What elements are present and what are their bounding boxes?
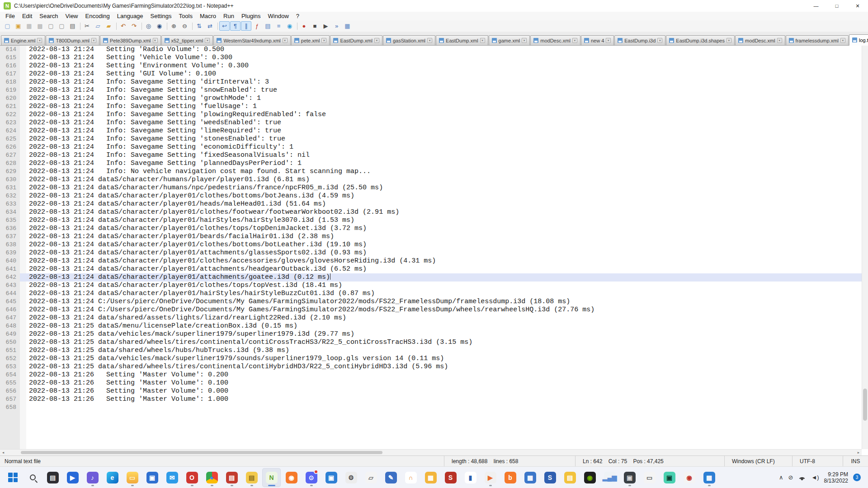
line-number[interactable]: 657 bbox=[0, 395, 20, 404]
log-line-text[interactable]: 2022-08-13 21:26 Setting 'Master Volume'… bbox=[26, 371, 868, 379]
taskbar-opera-icon[interactable]: O bbox=[183, 468, 201, 487]
menu-run[interactable]: Run bbox=[220, 12, 238, 20]
line-number[interactable]: 653 bbox=[0, 363, 20, 371]
taskbar-groove-music-icon[interactable]: ♪ bbox=[83, 468, 102, 487]
menu-tools[interactable]: Tools bbox=[175, 12, 196, 20]
log-line-text[interactable]: 2022-08-13 21:25 data/vehicles/mack/supe… bbox=[26, 355, 868, 363]
undo-icon[interactable]: ↶ bbox=[118, 21, 128, 31]
taskbar-red-document-icon[interactable]: ▤ bbox=[222, 468, 241, 487]
wifi-icon[interactable] bbox=[798, 474, 806, 480]
notification-count-badge[interactable]: 3 bbox=[853, 474, 861, 481]
tab-gasstation-xml[interactable]: gasStation.xml ✕ bbox=[383, 35, 435, 45]
line-number[interactable]: 650 bbox=[0, 338, 20, 347]
line-number[interactable]: 645 bbox=[0, 298, 20, 306]
log-line-text[interactable]: 2022-08-13 21:24 dataS/character/player0… bbox=[26, 241, 868, 249]
log-line-text[interactable]: 2022-08-13 21:26 Setting 'Master Volume'… bbox=[26, 395, 868, 404]
log-line-text[interactable]: 2022-08-13 21:24 Info: Savegame Setting … bbox=[26, 111, 868, 119]
line-number[interactable]: 651 bbox=[0, 347, 20, 355]
line-number[interactable]: 623 bbox=[0, 119, 20, 127]
log-line-text[interactable]: 2022-08-13 21:24 Info: Savegame Setting … bbox=[26, 78, 868, 86]
line-number[interactable]: 626 bbox=[0, 143, 20, 151]
log-line-text[interactable]: 2022-08-13 21:24 dataS/character/player0… bbox=[26, 216, 868, 225]
scroll-left-arrow-icon[interactable]: ◄ bbox=[0, 450, 6, 455]
macro-run-multiple-icon[interactable]: » bbox=[331, 21, 342, 31]
taskbar-feedback-hub-icon[interactable]: ▱ bbox=[362, 468, 380, 487]
log-line-text[interactable]: 2022-08-13 21:24 Setting 'Radio Volume':… bbox=[26, 46, 868, 54]
line-number[interactable]: 654 bbox=[0, 371, 20, 379]
line-number[interactable]: 636 bbox=[0, 225, 20, 233]
taskbar-power-utility-icon[interactable]: ◉ bbox=[680, 468, 698, 487]
line-number[interactable]: 649 bbox=[0, 330, 20, 338]
volume-icon[interactable]: ◄) bbox=[811, 474, 819, 481]
log-line-text[interactable]: 2022-08-13 21:24 Setting 'Environment Vo… bbox=[26, 62, 868, 70]
document-list-icon[interactable]: ≡ bbox=[274, 21, 284, 31]
log-line-text[interactable]: 2022-08-13 21:24 dataS/character/player0… bbox=[26, 257, 868, 265]
start-button[interactable] bbox=[4, 468, 22, 487]
log-line-text[interactable]: 2022-08-13 21:24 Info: Savegame Setting … bbox=[26, 103, 868, 111]
tab-close-icon[interactable]: ✕ bbox=[840, 38, 845, 43]
tray-chevron-icon[interactable]: ∧ bbox=[779, 474, 783, 481]
line-number[interactable]: 647 bbox=[0, 314, 20, 322]
tab-close-icon[interactable]: ✕ bbox=[205, 38, 210, 43]
taskbar-pen-editor-icon[interactable]: ✎ bbox=[382, 468, 400, 487]
eol-format-label[interactable]: Windows (CR LF) bbox=[724, 456, 792, 466]
line-number[interactable]: 624 bbox=[0, 127, 20, 135]
taskbar-cast-share-icon[interactable]: ▭ bbox=[640, 468, 659, 487]
taskbar-photos-image-icon[interactable]: ▦ bbox=[700, 468, 718, 487]
log-line-text[interactable]: 2022-08-13 21:24 Info: No vehicle naviga… bbox=[26, 168, 868, 176]
line-number[interactable]: 614 bbox=[0, 46, 20, 54]
menu-language[interactable]: Language bbox=[113, 12, 147, 20]
function-list-icon[interactable]: ƒ bbox=[252, 21, 262, 31]
line-number[interactable]: 620 bbox=[0, 94, 20, 103]
macro-play-icon[interactable]: ▶ bbox=[321, 21, 331, 31]
taskbar-notepad-plus-plus-icon[interactable]: N bbox=[262, 468, 281, 487]
tab-game-xml[interactable]: game.xml ✕ bbox=[489, 35, 530, 45]
log-line-text[interactable]: 2022-08-13 21:24 Info: Savegame Setting … bbox=[26, 143, 868, 151]
log-line-text[interactable]: 2022-08-13 21:24 Info: Savegame Setting … bbox=[26, 119, 868, 127]
tab-t800dump-xml[interactable]: T800Dump.xml ✕ bbox=[46, 35, 99, 45]
tab-close-icon[interactable]: ✕ bbox=[427, 38, 432, 43]
line-number[interactable]: 642 bbox=[0, 273, 20, 282]
close-all-icon[interactable]: ▢ bbox=[57, 21, 67, 31]
macro-record-icon[interactable]: ● bbox=[299, 21, 309, 31]
tab-westernstar49xdump-xml[interactable]: WesternStar49xdump.xml ✕ bbox=[213, 35, 290, 45]
line-number[interactable]: 655 bbox=[0, 379, 20, 387]
find-icon[interactable]: ◎ bbox=[143, 21, 154, 31]
macro-save-icon[interactable]: ▦ bbox=[342, 21, 353, 31]
tab-eastdump-xml[interactable]: EastDump.xml ✕ bbox=[330, 35, 382, 45]
replace-icon[interactable]: ◉ bbox=[154, 21, 165, 31]
taskbar-search-button[interactable] bbox=[24, 468, 42, 487]
clock[interactable]: 9:29 PM 8/13/2022 bbox=[824, 471, 848, 484]
tab-engine-xml[interactable]: Engine.xml ✕ bbox=[1, 35, 45, 45]
taskbar-nvidia-icon[interactable]: ◉ bbox=[580, 468, 599, 487]
line-number[interactable]: 658 bbox=[0, 404, 20, 412]
line-number[interactable]: 643 bbox=[0, 282, 20, 290]
log-line-text[interactable]: 2022-08-13 21:24 data/shared/assets/ligh… bbox=[26, 314, 868, 322]
line-number[interactable]: 644 bbox=[0, 290, 20, 298]
log-line-text[interactable]: 2022-08-13 21:25 dataS/menu/licensePlate… bbox=[26, 322, 868, 330]
line-number[interactable]: 640 bbox=[0, 257, 20, 265]
menu-help[interactable]: ? bbox=[292, 12, 303, 20]
log-line-text[interactable]: 2022-08-13 21:24 dataS/character/humans/… bbox=[26, 176, 868, 184]
tab-close-icon[interactable]: ✕ bbox=[321, 38, 326, 43]
insert-mode-label[interactable]: INS bbox=[843, 456, 868, 466]
log-line-text[interactable]: 2022-08-13 21:24 dataS/character/player0… bbox=[26, 273, 868, 282]
editor-area[interactable]: 614 2022-08-13 21:24 Setting 'Radio Volu… bbox=[0, 46, 868, 455]
taskbar-sticky-notes-icon[interactable]: ▤ bbox=[242, 468, 261, 487]
show-all-characters-icon[interactable]: ¶ bbox=[230, 21, 241, 31]
tab-pete389dump-xml[interactable]: Pete389Dump.xml ✕ bbox=[100, 35, 161, 45]
log-line-text[interactable]: 2022-08-13 21:24 Setting 'Vehicle Volume… bbox=[26, 54, 868, 62]
scroll-right-arrow-icon[interactable]: ► bbox=[855, 450, 862, 455]
taskbar-blue-pane-app-icon[interactable]: ▮ bbox=[461, 468, 480, 487]
taskbar-audio-headset-icon[interactable]: ∩ bbox=[401, 468, 420, 487]
tab-close-icon[interactable]: ✕ bbox=[572, 38, 577, 43]
line-number[interactable]: 639 bbox=[0, 249, 20, 257]
menu-edit[interactable]: Edit bbox=[19, 12, 36, 20]
taskbar-discord-icon[interactable]: ⊙ bbox=[302, 468, 321, 487]
log-line-text[interactable]: 2022-08-13 21:24 Info: Savegame Setting … bbox=[26, 86, 868, 94]
taskbar-file-explorer-icon[interactable]: ▭ bbox=[123, 468, 142, 487]
menu-settings[interactable]: Settings bbox=[147, 12, 175, 20]
taskbar-yellow-doc-icon[interactable]: ▤ bbox=[561, 468, 579, 487]
line-number[interactable]: 634 bbox=[0, 208, 20, 216]
redo-icon[interactable]: ↷ bbox=[129, 21, 139, 31]
